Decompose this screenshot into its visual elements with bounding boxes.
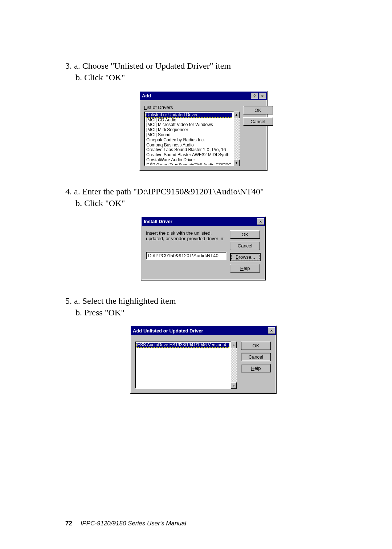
path-input[interactable]: [146, 252, 226, 260]
ok-button[interactable]: OK: [241, 342, 271, 350]
list-item[interactable]: CrystalWare Audio Driver: [146, 158, 232, 163]
step-5-text: 5. a. Select the highlighted item b. Pre…: [65, 295, 341, 319]
step-3b: b. Click "OK": [65, 72, 341, 83]
cancel-button[interactable]: Cancel: [243, 117, 273, 126]
help-button[interactable]: Help: [230, 264, 260, 273]
step-4a: 4. a. Enter the path "D:\IPPC9150&9120T\…: [65, 187, 264, 196]
footer-text: IPPC-9120/9150 Series User's Manual: [81, 520, 186, 527]
drivers-listbox[interactable]: Unlisted or Updated Driver [MCI] CD Audi…: [144, 112, 234, 166]
close-icon[interactable]: ×: [259, 93, 266, 99]
document-page: 3. a. Choose "Unlisted or Updated Driver…: [0, 0, 392, 549]
step-3a: 3. a. Choose "Unlisted or Updated Driver…: [65, 61, 231, 70]
install-driver-dialog: Install Driver × Insert the disk with th…: [141, 217, 266, 280]
step-5b: b. Press "OK": [65, 307, 341, 318]
dialog3-titlebar: Add Unlisted or Updated Driver ×: [131, 326, 276, 335]
list-label: List of Drivers: [144, 105, 240, 110]
list-item[interactable]: DSP Group TrueSpeech(TM) Audio CODEC: [146, 163, 232, 166]
scroll-track[interactable]: [234, 118, 240, 160]
list-item[interactable]: [MCI] Midi Sequencer: [146, 128, 232, 133]
list-item[interactable]: [MCI] Sound: [146, 133, 232, 138]
cancel-button[interactable]: Cancel: [241, 353, 271, 361]
list-item[interactable]: Creative Labs Sound Blaster 1.X, Pro, 16: [146, 148, 232, 153]
dialog1-wrap: Add ? × List of Drivers Unlisted or Upda…: [65, 91, 341, 171]
scroll-down-icon[interactable]: ▼: [234, 160, 240, 166]
scroll-up-icon[interactable]: ▲: [234, 112, 240, 118]
scroll-up-icon: ▲: [231, 342, 237, 348]
help-icon[interactable]: ?: [251, 93, 258, 99]
list-item[interactable]: ESS AudioDrive ES1938/1941/1946 Version …: [136, 343, 229, 348]
scroll-track: [231, 348, 237, 382]
step-4b: b. Click "OK": [65, 197, 341, 209]
dialog2-titlebar: Install Driver ×: [142, 217, 265, 226]
step-3-text: 3. a. Choose "Unlisted or Updated Driver…: [65, 60, 341, 84]
scrollbar[interactable]: ▲ ▼: [234, 112, 240, 166]
close-icon[interactable]: ×: [268, 327, 275, 334]
list-item[interactable]: Cinepak Codec by Radius Inc.: [146, 138, 232, 143]
dialog2-wrap: Install Driver × Insert the disk with th…: [65, 217, 341, 280]
browse-button[interactable]: Browse...: [230, 253, 261, 261]
list-item[interactable]: Compaq Business Audio: [146, 143, 232, 148]
dialog1-titlebar: Add ? ×: [140, 92, 267, 100]
step-4-text: 4. a. Enter the path "D:\IPPC9150&9120T\…: [65, 186, 341, 209]
step-5a: 5. a. Select the highlighted item: [65, 296, 176, 306]
add-driver-dialog: Add ? × List of Drivers Unlisted or Upda…: [139, 91, 268, 171]
dialog1-title: Add: [142, 93, 151, 98]
cancel-button[interactable]: Cancel: [230, 242, 260, 250]
list-item[interactable]: Creative Sound Blaster AWE32 MIDI Synth: [146, 153, 232, 158]
dialog2-title: Install Driver: [144, 219, 172, 224]
dialog3-wrap: Add Unlisted or Updated Driver × ESS Aud…: [65, 326, 341, 394]
add-unlisted-dialog: Add Unlisted or Updated Driver × ESS Aud…: [130, 326, 277, 394]
list-item[interactable]: [MCI] Microsoft Video for Windows: [146, 122, 232, 128]
scroll-down-icon: ▼: [231, 382, 237, 389]
ok-button[interactable]: OK: [230, 230, 260, 239]
install-message: Insert the disk with the unlisted, updat…: [146, 230, 226, 242]
list-item[interactable]: Unlisted or Updated Driver: [146, 113, 232, 118]
close-icon[interactable]: ×: [257, 218, 264, 225]
list-item[interactable]: [MCI] CD Audio: [146, 118, 232, 123]
unlisted-listbox[interactable]: ESS AudioDrive ES1938/1941/1946 Version …: [135, 342, 231, 389]
help-button[interactable]: Help: [241, 364, 271, 372]
page-footer: 72 IPPC-9120/9150 Series User's Manual: [65, 520, 186, 527]
ok-button[interactable]: OK: [243, 106, 273, 114]
dialog3-title: Add Unlisted or Updated Driver: [133, 328, 203, 334]
scrollbar: ▲ ▼: [231, 342, 237, 389]
page-number: 72: [65, 520, 72, 527]
